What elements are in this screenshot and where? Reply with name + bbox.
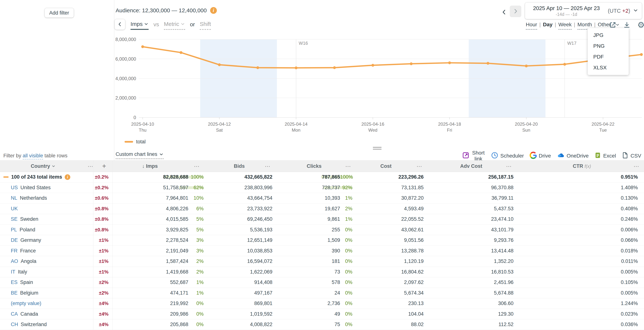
cost-cell: 223,296.26 [354, 174, 425, 180]
imps-cell: 209,9860% [112, 311, 205, 317]
table-row[interactable]: FRFrance±1%2,191,0493%10,038,8533900%13,… [0, 246, 644, 256]
onedrive-button[interactable]: OneDrive [556, 151, 588, 161]
excel-button[interactable]: Excel [594, 152, 616, 160]
cost-cell: 43,062.61 [354, 227, 425, 233]
total-info-icon[interactable]: i [65, 174, 70, 180]
table-row[interactable]: BEBelgium±2%474,1711%497,167240%5,674.34… [0, 288, 644, 298]
imps-value: 4,806,226 [112, 206, 188, 212]
column-menu-bids[interactable]: ⋯ [265, 163, 270, 170]
column-header-clicks[interactable]: Clicks [307, 163, 322, 169]
country-code-link[interactable]: AO [11, 258, 18, 264]
clicks-cell: 490% [274, 311, 354, 317]
custom-chart-lines-dropdown[interactable]: Custom chart lines [116, 152, 164, 159]
table-total-row[interactable]: 100 of 243 total itemsi±0.2%82,828,68810… [0, 172, 644, 182]
column-header-bids[interactable]: Bids [234, 163, 245, 169]
column-header-ctr[interactable]: CTR f(x) [573, 163, 591, 169]
chart-settings-button[interactable]: ⚙ [636, 20, 644, 30]
table-row[interactable]: USUnited States±0.2%51,758,59762%238,803… [0, 182, 644, 193]
shift-selector[interactable]: Shift [200, 21, 211, 30]
delta-cell: ±0.8% [93, 227, 112, 233]
all-visible-link[interactable]: all visible [23, 153, 43, 160]
or-label: or [190, 21, 195, 28]
drive-button[interactable]: Drive [530, 152, 551, 160]
table-row[interactable]: UK±0.8%4,806,2266%23,733,92219,6272%4,59… [0, 204, 644, 214]
scheduler-button[interactable]: Scheduler [491, 152, 524, 160]
table-row[interactable]: CACanada±4%209,9860%1,019,592490%104.041… [0, 309, 644, 320]
formula-icon: f(x) [584, 164, 591, 169]
table-row[interactable]: AOAngola±1%1,587,4242%16,594,0721810%1,1… [0, 256, 644, 267]
csv-button[interactable]: CSV [622, 152, 642, 160]
granularity-option-day[interactable]: Day [543, 22, 552, 29]
column-menu-clicks[interactable]: ⋯ [345, 163, 351, 170]
column-menu-country[interactable]: ⋯ [88, 163, 93, 170]
country-code-link[interactable]: IT [11, 269, 15, 275]
previous-range-button[interactable] [500, 8, 509, 17]
column-header-imps[interactable]: ↓ Imps [142, 163, 158, 169]
table-row[interactable]: ITItaly±1%1,419,6682%1,622,069730%16,804… [0, 267, 644, 278]
table-row[interactable]: CHSwitzerland±4%205,8680%4,008,822750%88… [0, 319, 644, 330]
export-option-pdf[interactable]: PDF [588, 52, 629, 62]
column-menu-ctr[interactable]: ⋯ [634, 163, 639, 170]
country-code-link[interactable]: CH [11, 322, 18, 328]
action-label: Excel [603, 153, 616, 159]
data-point [486, 62, 489, 65]
adv-cost-cell: 23,474.10 [425, 216, 514, 222]
cost-cell: 9,051.56 [354, 237, 425, 243]
column-header-country[interactable]: Country [31, 163, 56, 169]
primary-metric-selector[interactable]: Imps [130, 21, 148, 30]
imps-percent: 3% [188, 237, 204, 243]
metrics-table: Country ⋯ + ↓ Imps ⋯ Bids ⋯ Clicks ⋯ Cos… [0, 160, 644, 330]
country-code-link[interactable]: SE [11, 216, 18, 222]
audience-info-icon[interactable]: i [210, 7, 217, 14]
country-code-link[interactable]: NL [11, 195, 17, 201]
y-axis-label: 0 [134, 115, 136, 120]
chart-legend[interactable]: total [124, 139, 146, 145]
ctr-cell: 0.130% [514, 195, 644, 201]
table-row[interactable]: DEGermany±1%2,278,5243%12,651,1491,5090%… [0, 235, 644, 246]
column-menu-cost[interactable]: ⋯ [416, 163, 422, 170]
compare-metric-selector[interactable]: Metric [164, 21, 185, 30]
export-option-png[interactable]: PNG [588, 41, 629, 52]
table-row[interactable]: SESweden±0.8%4,015,5855%69,246,4509,8611… [0, 214, 644, 225]
chevron-left-icon [501, 9, 508, 16]
cost-cell: 73,131.85 [354, 185, 425, 190]
country-code-link[interactable]: ES [11, 280, 18, 285]
timeseries-chart[interactable]: 02,000,0004,000,0006,000,0008,000,000W16… [114, 32, 644, 136]
short-link-button[interactable]: Short link [462, 150, 485, 162]
x-axis-date-label: 2025-04-20 [515, 122, 538, 126]
table-row[interactable]: NLNetherlands±0.6%7,964,80110%43,664,754… [0, 193, 644, 204]
imps-value: 2,278,524 [112, 237, 188, 243]
table-row[interactable]: ESSpain±2%552,6871%914,4085780%2,097.622… [0, 277, 644, 288]
delta-cell: ±1% [93, 237, 112, 243]
column-header-cost[interactable]: Cost [380, 163, 392, 169]
country-code-link[interactable]: DE [11, 237, 18, 243]
table-row[interactable]: (empty value)±4%219,9920%869,8012,7360%2… [0, 298, 644, 309]
country-code-link[interactable]: CA [11, 311, 18, 317]
imps-percent: 5% [188, 216, 204, 222]
granularity-option-hour[interactable]: Hour [526, 22, 537, 30]
column-header-adv-cost[interactable]: Adv Cost [460, 163, 482, 169]
column-menu-adv-cost[interactable]: ⋯ [506, 163, 512, 170]
country-code-link[interactable]: US [11, 185, 18, 190]
country-code-link[interactable]: PL [11, 227, 17, 233]
column-menu-imps[interactable]: ⋯ [194, 163, 200, 170]
scheduler-icon [491, 152, 498, 160]
clicks-cell: 730% [274, 269, 354, 275]
table-row[interactable]: PLPoland±0.8%3,929,8255%5,536,1932550%43… [0, 225, 644, 235]
next-range-button[interactable] [510, 6, 521, 17]
date-range-picker[interactable]: 2025 Apr 10 — 2025 Apr 23 -14d — -1d (UT… [525, 2, 642, 19]
country-code-link[interactable]: BE [11, 290, 18, 296]
add-filter-button[interactable]: Add filter [45, 8, 74, 18]
country-code-link[interactable]: FR [11, 248, 18, 254]
back-button[interactable] [115, 19, 125, 30]
imps-cell: 51,758,59762% [112, 185, 205, 190]
vs-label: vs [154, 21, 159, 28]
chevron-down-icon [52, 164, 56, 168]
granularity-option-week[interactable]: Week [558, 22, 572, 30]
chart-table-resize-handle[interactable] [373, 147, 382, 151]
open-in-new-icon [609, 21, 616, 29]
country-code-link[interactable]: UK [11, 206, 18, 212]
add-column-button[interactable]: + [102, 162, 106, 170]
export-option-jpg[interactable]: JPG [588, 30, 629, 41]
export-option-xlsx[interactable]: XLSX [588, 62, 629, 73]
